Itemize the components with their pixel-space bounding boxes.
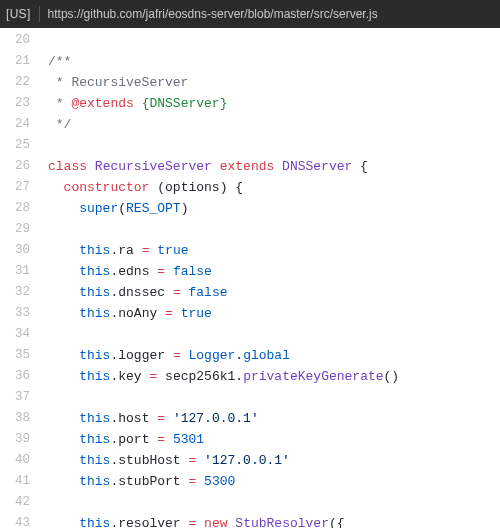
- line-number: 37: [0, 387, 30, 408]
- code-lines: /** * RecursiveServer * @extends {DNSSer…: [48, 30, 500, 528]
- code-line: super(RES_OPT): [48, 198, 500, 219]
- code-line: this.ra = true: [48, 240, 500, 261]
- code-line: this.key = secp256k1.privateKeyGenerate(…: [48, 366, 500, 387]
- code-line: this.edns = false: [48, 261, 500, 282]
- code-line: * @extends {DNSServer}: [48, 93, 500, 114]
- line-number: 24: [0, 114, 30, 135]
- line-number: 33: [0, 303, 30, 324]
- line-number: 30: [0, 240, 30, 261]
- line-number: 41: [0, 471, 30, 492]
- browser-address-bar: [US]: [0, 0, 500, 28]
- line-number: 39: [0, 429, 30, 450]
- code-line: [48, 324, 500, 345]
- line-number: 42: [0, 492, 30, 513]
- code-line: class RecursiveServer extends DNSServer …: [48, 156, 500, 177]
- line-number: 40: [0, 450, 30, 471]
- region-indicator: [US]: [6, 7, 31, 21]
- code-line: [48, 30, 500, 51]
- line-number: 25: [0, 135, 30, 156]
- code-line: this.stubHost = '127.0.0.1': [48, 450, 500, 471]
- line-number: 22: [0, 72, 30, 93]
- line-number: 36: [0, 366, 30, 387]
- line-number-gutter: 2021222324252627282930313233343536373839…: [0, 30, 48, 528]
- code-line: [48, 492, 500, 513]
- code-line: [48, 219, 500, 240]
- line-number: 43: [0, 513, 30, 528]
- line-number: 21: [0, 51, 30, 72]
- line-number: 35: [0, 345, 30, 366]
- code-line: this.dnssec = false: [48, 282, 500, 303]
- code-line: this.host = '127.0.0.1': [48, 408, 500, 429]
- code-line: this.logger = Logger.global: [48, 345, 500, 366]
- code-viewer[interactable]: 2021222324252627282930313233343536373839…: [0, 28, 500, 528]
- code-line: constructor (options) {: [48, 177, 500, 198]
- line-number: 26: [0, 156, 30, 177]
- line-number: 38: [0, 408, 30, 429]
- line-number: 32: [0, 282, 30, 303]
- line-number: 28: [0, 198, 30, 219]
- code-line: [48, 387, 500, 408]
- url-input[interactable]: [48, 7, 494, 21]
- code-line: [48, 135, 500, 156]
- code-line: this.stubPort = 5300: [48, 471, 500, 492]
- code-line: /**: [48, 51, 500, 72]
- address-bar-divider: [39, 6, 40, 22]
- line-number: 29: [0, 219, 30, 240]
- code-line: this.port = 5301: [48, 429, 500, 450]
- code-line: this.noAny = true: [48, 303, 500, 324]
- code-line: this.resolver = new StubResolver({: [48, 513, 500, 528]
- code-line: * RecursiveServer: [48, 72, 500, 93]
- code-line: */: [48, 114, 500, 135]
- line-number: 27: [0, 177, 30, 198]
- line-number: 20: [0, 30, 30, 51]
- line-number: 34: [0, 324, 30, 345]
- line-number: 31: [0, 261, 30, 282]
- line-number: 23: [0, 93, 30, 114]
